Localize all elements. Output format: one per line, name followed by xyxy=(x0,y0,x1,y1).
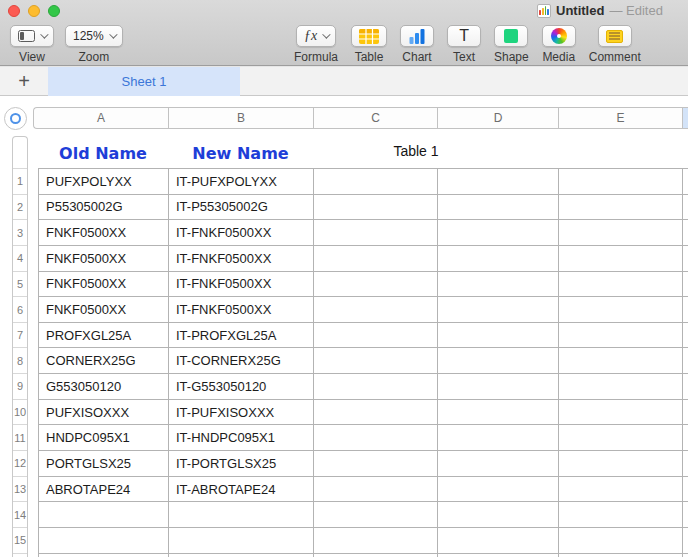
cell-empty[interactable] xyxy=(683,400,688,426)
row-number[interactable]: 2 xyxy=(13,195,27,221)
cell-empty[interactable] xyxy=(314,477,438,503)
cell-empty[interactable] xyxy=(559,374,683,400)
cell-empty[interactable] xyxy=(438,554,559,557)
cell-empty[interactable] xyxy=(438,297,559,323)
cell-new-name[interactable]: IT-P55305002G xyxy=(169,195,314,221)
cell-old-name[interactable]: P55305002G xyxy=(39,195,169,221)
row-number[interactable]: 5 xyxy=(13,272,27,298)
row-number[interactable]: 10 xyxy=(13,400,27,426)
minimize-window-button[interactable] xyxy=(28,5,40,17)
cell-empty[interactable] xyxy=(438,477,559,503)
cell-empty[interactable] xyxy=(683,323,688,349)
cell-empty[interactable] xyxy=(438,195,559,221)
cell-empty[interactable] xyxy=(314,169,438,195)
cell-empty[interactable] xyxy=(438,323,559,349)
cell-empty[interactable] xyxy=(314,374,438,400)
cell-empty[interactable] xyxy=(314,400,438,426)
cell-empty[interactable] xyxy=(559,246,683,272)
cell-empty[interactable] xyxy=(559,477,683,503)
column-header-f-partial[interactable] xyxy=(683,108,688,128)
chart-button[interactable] xyxy=(400,25,434,47)
cell-old-name[interactable]: FNKF0500XX xyxy=(39,272,169,298)
cell-empty[interactable] xyxy=(314,502,438,528)
cell-empty[interactable] xyxy=(683,477,688,503)
cell-empty[interactable] xyxy=(314,220,438,246)
cell-empty[interactable] xyxy=(683,195,688,221)
cell-empty[interactable] xyxy=(314,195,438,221)
row-number[interactable]: 4 xyxy=(13,246,27,272)
cell-new-name[interactable] xyxy=(169,528,314,554)
cell-empty[interactable] xyxy=(683,169,688,195)
cell-empty[interactable] xyxy=(559,528,683,554)
cell-old-name[interactable]: HNDPC095X1 xyxy=(39,425,169,451)
cell-empty[interactable] xyxy=(438,272,559,298)
cell-new-name[interactable]: IT-ABROTAPE24 xyxy=(169,477,314,503)
cell-old-name[interactable]: G553050120 xyxy=(39,374,169,400)
row-number[interactable]: 9 xyxy=(13,374,27,400)
cell-new-name[interactable]: IT-FNKF0500XX xyxy=(169,246,314,272)
cell-new-name[interactable]: IT-PORTGLSX25 xyxy=(169,451,314,477)
fullscreen-window-button[interactable] xyxy=(48,5,60,17)
cell-empty[interactable] xyxy=(438,220,559,246)
comment-button[interactable] xyxy=(598,25,632,47)
cell-empty[interactable] xyxy=(683,425,688,451)
row-number[interactable]: 13 xyxy=(13,477,27,503)
cell-empty[interactable] xyxy=(683,220,688,246)
column-header-e[interactable]: E xyxy=(559,108,683,128)
cell-empty[interactable] xyxy=(314,554,438,557)
row-number[interactable]: 11 xyxy=(13,425,27,451)
row-number[interactable]: 8 xyxy=(13,348,27,374)
cell-new-name[interactable] xyxy=(169,554,314,557)
cell-old-name[interactable]: FNKF0500XX xyxy=(39,220,169,246)
cell-empty[interactable] xyxy=(559,272,683,298)
cell-empty[interactable] xyxy=(559,195,683,221)
cell-old-name[interactable]: PUFXPOLYXX xyxy=(39,169,169,195)
row-number[interactable]: 12 xyxy=(13,451,27,477)
cell-empty[interactable] xyxy=(314,246,438,272)
column-header-c[interactable]: C xyxy=(314,108,438,128)
cell-empty[interactable] xyxy=(314,451,438,477)
row-number[interactable]: 6 xyxy=(13,297,27,323)
cell-empty[interactable] xyxy=(559,554,683,557)
cell-empty[interactable] xyxy=(683,528,688,554)
cell-new-name[interactable]: IT-FNKF0500XX xyxy=(169,220,314,246)
table-title[interactable]: Table 1 xyxy=(356,143,476,159)
column-header-b[interactable]: B xyxy=(169,108,314,128)
cell-old-name[interactable] xyxy=(39,502,169,528)
cell-old-name[interactable]: FNKF0500XX xyxy=(39,246,169,272)
cell-new-name[interactable]: IT-CORNERX25G xyxy=(169,348,314,374)
cell-empty[interactable] xyxy=(559,400,683,426)
cell-empty[interactable] xyxy=(314,528,438,554)
cell-empty[interactable] xyxy=(314,272,438,298)
shape-button[interactable] xyxy=(494,25,528,47)
cell-empty[interactable] xyxy=(438,451,559,477)
cell-empty[interactable] xyxy=(559,323,683,349)
cell-empty[interactable] xyxy=(683,246,688,272)
cell-old-name[interactable]: PUFXISOXXX xyxy=(39,400,169,426)
cell-empty[interactable] xyxy=(438,400,559,426)
table-button[interactable] xyxy=(351,25,387,47)
cell-empty[interactable] xyxy=(683,348,688,374)
cell-empty[interactable] xyxy=(559,297,683,323)
column-header-a[interactable]: A xyxy=(34,108,169,128)
row-number[interactable]: 7 xyxy=(13,323,27,349)
cell-old-name[interactable] xyxy=(39,528,169,554)
cell-empty[interactable] xyxy=(559,169,683,195)
close-window-button[interactable] xyxy=(8,5,20,17)
cell-new-name[interactable]: IT-FNKF0500XX xyxy=(169,297,314,323)
cell-empty[interactable] xyxy=(683,502,688,528)
cell-old-name[interactable]: ABROTAPE24 xyxy=(39,477,169,503)
cell-empty[interactable] xyxy=(314,323,438,349)
table-handle-circle[interactable] xyxy=(4,107,27,130)
add-sheet-button[interactable]: + xyxy=(12,67,36,96)
cell-empty[interactable] xyxy=(683,374,688,400)
media-button[interactable] xyxy=(542,25,576,47)
sheet-tab[interactable]: Sheet 1 xyxy=(48,67,240,96)
text-button[interactable]: T xyxy=(447,25,481,47)
cell-empty[interactable] xyxy=(559,348,683,374)
cell-empty[interactable] xyxy=(438,169,559,195)
cell-empty[interactable] xyxy=(559,451,683,477)
row-number[interactable]: 14 xyxy=(13,502,27,528)
cell-empty[interactable] xyxy=(559,502,683,528)
cell-new-name[interactable]: IT-PUFXISOXXX xyxy=(169,400,314,426)
